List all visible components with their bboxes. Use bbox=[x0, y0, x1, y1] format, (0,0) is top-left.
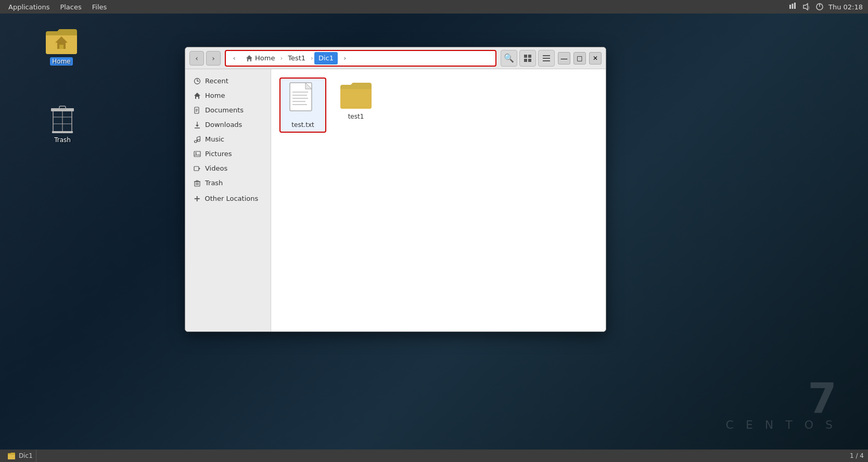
volume-icon: ) bbox=[801, 2, 811, 11]
sidebar-item-recent-label: Recent bbox=[205, 77, 228, 85]
svg-rect-19 bbox=[248, 59, 250, 61]
breadcrumb-bar: ‹ Home › Test1 › Dic1 › bbox=[225, 50, 496, 67]
music-icon bbox=[194, 136, 201, 143]
sidebar-item-recent[interactable]: Recent bbox=[187, 74, 269, 88]
list-view-icon bbox=[542, 54, 551, 62]
file-item-test-txt-label: test.txt bbox=[291, 121, 314, 129]
centos-watermark: 7 C E N T O S bbox=[726, 378, 837, 431]
close-button[interactable]: ✕ bbox=[589, 52, 602, 65]
menu-applications[interactable]: Applications bbox=[4, 2, 54, 12]
sidebar-item-documents[interactable]: Documents bbox=[187, 103, 269, 117]
svg-text:): ) bbox=[808, 6, 810, 10]
sidebar-item-home[interactable]: Home bbox=[187, 88, 269, 102]
menu-places[interactable]: Places bbox=[56, 2, 85, 12]
breadcrumb-dic1[interactable]: Dic1 bbox=[314, 52, 338, 65]
svg-rect-31 bbox=[196, 97, 198, 99]
breadcrumb-test1[interactable]: Test1 bbox=[284, 52, 310, 65]
svg-marker-48 bbox=[199, 168, 200, 170]
svg-rect-8 bbox=[59, 45, 63, 49]
sidebar-item-trash[interactable]: Trash bbox=[187, 176, 269, 190]
search-icon: 🔍 bbox=[504, 53, 514, 63]
svg-marker-46 bbox=[194, 153, 200, 156]
trash-can-icon bbox=[49, 104, 76, 134]
svg-rect-1 bbox=[792, 4, 793, 9]
trash-icon-label: Trash bbox=[54, 136, 71, 144]
forward-icon: › bbox=[212, 54, 215, 62]
sidebar-item-pictures-label: Pictures bbox=[205, 150, 232, 158]
svg-rect-17 bbox=[52, 131, 73, 133]
maximize-button[interactable]: □ bbox=[573, 52, 586, 65]
recent-icon bbox=[194, 78, 201, 85]
breadcrumb-sep-1: › bbox=[280, 55, 283, 62]
sidebar-item-trash-label: Trash bbox=[205, 179, 223, 187]
svg-rect-15 bbox=[51, 108, 74, 111]
sidebar-item-music-label: Music bbox=[205, 135, 224, 143]
breadcrumb-forward-button[interactable]: › bbox=[339, 52, 351, 65]
svg-rect-0 bbox=[789, 5, 791, 9]
svg-rect-21 bbox=[528, 55, 531, 58]
sidebar-item-pictures[interactable]: Pictures bbox=[187, 147, 269, 161]
back-icon: ‹ bbox=[195, 54, 198, 62]
breadcrumb-home-label: Home bbox=[255, 54, 275, 62]
svg-rect-20 bbox=[524, 55, 527, 58]
power-icon bbox=[815, 2, 824, 11]
window-body: Recent Home Documents bbox=[185, 69, 606, 331]
breadcrumb-dic1-label: Dic1 bbox=[318, 54, 334, 62]
file-item-test1[interactable]: test1 bbox=[333, 78, 379, 133]
breadcrumb-sep-2: › bbox=[311, 55, 313, 62]
close-icon: ✕ bbox=[593, 55, 598, 62]
forward-button[interactable]: › bbox=[206, 51, 221, 66]
sidebar-item-downloads[interactable]: Downloads bbox=[187, 118, 269, 132]
sidebar-item-music[interactable]: Music bbox=[187, 132, 269, 146]
svg-rect-22 bbox=[524, 59, 527, 62]
documents-icon bbox=[194, 107, 201, 114]
icon-view-icon bbox=[524, 54, 532, 62]
svg-rect-26 bbox=[543, 60, 550, 61]
breadcrumb-back-button[interactable]: ‹ bbox=[228, 52, 240, 65]
menu-bar: Applications Places Files ) Thu 02:18 bbox=[0, 0, 868, 14]
icon-view-button[interactable] bbox=[519, 50, 536, 67]
desktop-home-icon[interactable]: Home bbox=[41, 26, 82, 66]
home-folder-icon bbox=[45, 26, 78, 55]
home-sidebar-icon bbox=[194, 92, 201, 99]
desktop-trash-icon[interactable]: Trash bbox=[42, 104, 83, 144]
home-breadcrumb-icon bbox=[246, 55, 253, 62]
taskbar-dic1[interactable]: Dic1 bbox=[4, 450, 36, 462]
file-area[interactable]: test.txt test1 bbox=[271, 69, 606, 331]
home-icon-label: Home bbox=[50, 57, 72, 66]
svg-rect-2 bbox=[794, 3, 796, 9]
downloads-icon bbox=[194, 121, 201, 129]
svg-rect-25 bbox=[543, 58, 550, 59]
list-view-button[interactable] bbox=[538, 50, 555, 67]
toolbar-right: 🔍 — □ bbox=[501, 50, 602, 67]
svg-rect-44 bbox=[194, 151, 200, 157]
minimize-icon: — bbox=[560, 54, 568, 62]
title-bar: ‹ › ‹ Home › Test1 › Dic1 › bbox=[185, 47, 606, 69]
minimize-button[interactable]: — bbox=[558, 52, 570, 65]
system-tray: ) Thu 02:18 bbox=[783, 0, 868, 14]
centos-brand: C E N T O S bbox=[726, 419, 837, 431]
file-manager-window: ‹ › ‹ Home › Test1 › Dic1 › bbox=[185, 47, 606, 332]
svg-rect-51 bbox=[196, 181, 198, 182]
search-button[interactable]: 🔍 bbox=[501, 50, 517, 67]
page-indicator: 1 / 4 bbox=[850, 452, 864, 459]
taskbar-folder-icon bbox=[7, 452, 16, 459]
other-locations-icon: + bbox=[194, 194, 200, 203]
menu-files[interactable]: Files bbox=[88, 2, 111, 12]
breadcrumb-home[interactable]: Home bbox=[241, 52, 279, 65]
svg-point-45 bbox=[195, 152, 196, 153]
sidebar-item-videos[interactable]: Videos bbox=[187, 161, 269, 175]
status-bar: Dic1 1 / 4 bbox=[0, 450, 868, 462]
taskbar-dic1-label: Dic1 bbox=[19, 452, 33, 459]
sidebar-item-other-locations[interactable]: + Other Locations bbox=[187, 190, 269, 207]
pictures-icon bbox=[194, 150, 201, 158]
svg-rect-23 bbox=[528, 59, 531, 62]
file-item-test-txt[interactable]: test.txt bbox=[279, 78, 326, 133]
maximize-icon: □ bbox=[577, 55, 582, 62]
sidebar-item-downloads-label: Downloads bbox=[205, 121, 242, 129]
back-button[interactable]: ‹ bbox=[189, 51, 204, 66]
sidebar-item-videos-label: Videos bbox=[205, 164, 227, 172]
file-item-test1-label: test1 bbox=[348, 113, 364, 120]
svg-point-40 bbox=[198, 139, 200, 142]
network-icon bbox=[788, 2, 797, 11]
